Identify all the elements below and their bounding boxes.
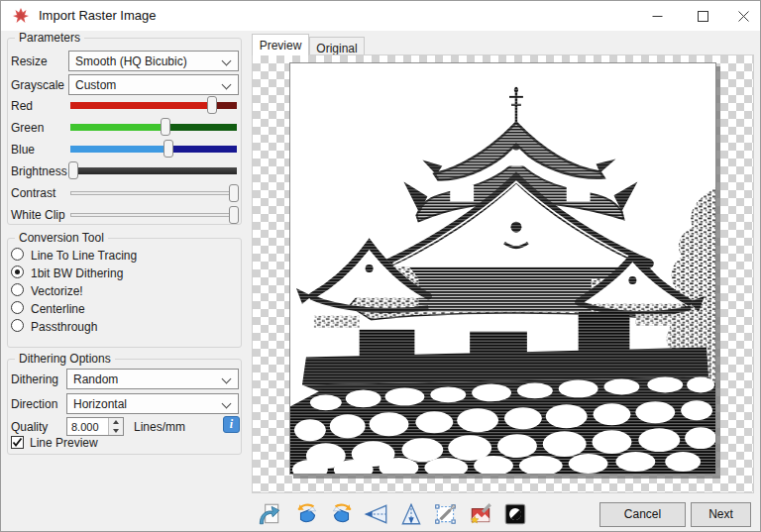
slider-track-brightness[interactable] [70, 167, 237, 174]
radio-label: Centerline [31, 302, 85, 316]
close-icon [738, 11, 749, 22]
checkmark-icon [12, 437, 23, 448]
direction-value: Horizontal [73, 397, 127, 411]
slider-row-brightness: Brightness [7, 160, 242, 182]
quality-spin-buttons [108, 418, 123, 435]
slider-track-green[interactable] [70, 124, 237, 131]
minimize-button[interactable] [634, 1, 680, 31]
flip-horizontal-button[interactable] [362, 499, 391, 529]
dithering-options-group-label: Dithering Options [15, 352, 115, 366]
next-button-label: Next [708, 507, 733, 521]
slider-thumb-green[interactable] [161, 118, 170, 136]
arrow-down-icon [113, 429, 119, 433]
slider-thumb-red[interactable] [207, 96, 217, 114]
flip-vertical-button[interactable] [396, 499, 426, 529]
slider-thumb-blue[interactable] [163, 140, 173, 158]
rotate-ccw-button[interactable] [292, 499, 322, 529]
close-button[interactable] [725, 1, 761, 31]
crop-icon [433, 501, 459, 527]
slider-fill [70, 124, 165, 131]
radio-option-3[interactable]: Centerline [7, 299, 242, 317]
radio-option-4[interactable]: Passthrough [7, 317, 242, 335]
slider-fill [71, 192, 236, 194]
slider-thumb-contrast[interactable] [229, 184, 239, 202]
radio-option-0[interactable]: Line To Line Tracing [7, 246, 242, 264]
radio-circle-icon[interactable] [11, 248, 24, 261]
rotate-cw-button[interactable] [327, 499, 357, 529]
slider-fill [71, 214, 236, 216]
slider-track-contrast[interactable] [70, 191, 237, 195]
restore-original-icon [257, 501, 282, 527]
direction-select[interactable]: Horizontal [66, 393, 239, 414]
slider-thumb-white-clip[interactable] [229, 206, 239, 224]
tab-original[interactable]: Original [309, 37, 365, 55]
direction-label: Direction [11, 397, 57, 411]
titlebar: Import Raster Image [1, 1, 760, 31]
slider-fill [70, 102, 212, 109]
maximize-icon [698, 11, 708, 22]
restore-original-button[interactable] [255, 499, 284, 529]
line-preview-label: Line Preview [30, 436, 98, 450]
radio-option-1[interactable]: 1bit BW Dithering [7, 264, 242, 281]
slider-label-white-clip: White Clip [11, 208, 65, 222]
dithering-select[interactable]: Random [66, 369, 239, 389]
tab-preview[interactable]: Preview [252, 34, 309, 55]
radio-circle-icon[interactable] [11, 301, 24, 314]
spin-up-button[interactable] [109, 418, 123, 427]
quality-value[interactable]: 8.000 [67, 418, 108, 435]
line-preview-checkbox[interactable] [11, 436, 24, 449]
slider-label-green: Green [11, 121, 44, 135]
dithering-value: Random [73, 372, 118, 386]
spin-down-button[interactable] [109, 427, 123, 436]
slider-row-blue: Blue [7, 139, 242, 160]
slider-track-blue[interactable] [70, 146, 237, 153]
radio-circle-icon[interactable] [11, 319, 24, 332]
preview-tab-page [252, 54, 754, 493]
quality-spinner[interactable]: 8.000 [66, 417, 124, 436]
next-button[interactable]: Next [691, 502, 751, 527]
flip-vertical-icon [398, 501, 424, 527]
cancel-button-label: Cancel [624, 507, 661, 521]
slider-row-contrast: Contrast [7, 182, 242, 204]
radio-option-2[interactable]: Vectorize! [7, 281, 242, 299]
radio-label: Vectorize! [31, 284, 83, 298]
edit-image-button[interactable] [466, 499, 495, 529]
slider-track-white-clip[interactable] [70, 213, 237, 217]
rotate-cw-icon [329, 501, 355, 527]
cancel-button[interactable]: Cancel [599, 502, 686, 527]
app-logo-icon [12, 7, 30, 25]
flip-horizontal-icon [364, 501, 389, 527]
slider-label-blue: Blue [11, 143, 35, 157]
dithering-label: Dithering [11, 372, 58, 386]
slider-row-green: Green [7, 117, 242, 139]
crop-button[interactable] [431, 499, 461, 529]
preview-image[interactable] [289, 62, 716, 475]
quality-label: Quality [11, 420, 48, 434]
maximize-button[interactable] [680, 1, 725, 31]
radio-label: Passthrough [31, 320, 97, 334]
conversion-tool-options: Line To Line Tracing1bit BW DitheringVec… [7, 238, 242, 348]
tab-preview-label: Preview [260, 39, 302, 53]
invert-colors-button[interactable] [500, 499, 530, 529]
slider-label-red: Red [11, 99, 33, 113]
minimize-icon [652, 11, 663, 22]
slider-row-white-clip: White Clip [7, 204, 242, 226]
slider-thumb-brightness[interactable] [68, 161, 78, 179]
edit-image-icon [468, 501, 493, 527]
slider-label-brightness: Brightness [11, 164, 67, 178]
radio-label: 1bit BW Dithering [31, 266, 123, 280]
radio-dot [15, 269, 20, 274]
slider-label-contrast: Contrast [11, 186, 55, 200]
rotate-ccw-icon [294, 501, 320, 527]
invert-colors-icon [502, 501, 528, 527]
transparency-checkerboard [253, 55, 753, 492]
channel-sliders: RedGreenBlueBrightnessContrastWhite Clip [7, 38, 242, 225]
slider-track-red[interactable] [70, 102, 237, 109]
dithered-castle-image [290, 63, 715, 474]
radio-circle-icon[interactable] [11, 283, 24, 296]
info-icon[interactable]: i [223, 416, 240, 433]
radio-circle-icon[interactable] [11, 266, 24, 278]
quality-unit-label: Lines/mm [134, 420, 185, 434]
window-title: Import Raster Image [39, 8, 157, 23]
arrow-up-icon [113, 420, 119, 424]
